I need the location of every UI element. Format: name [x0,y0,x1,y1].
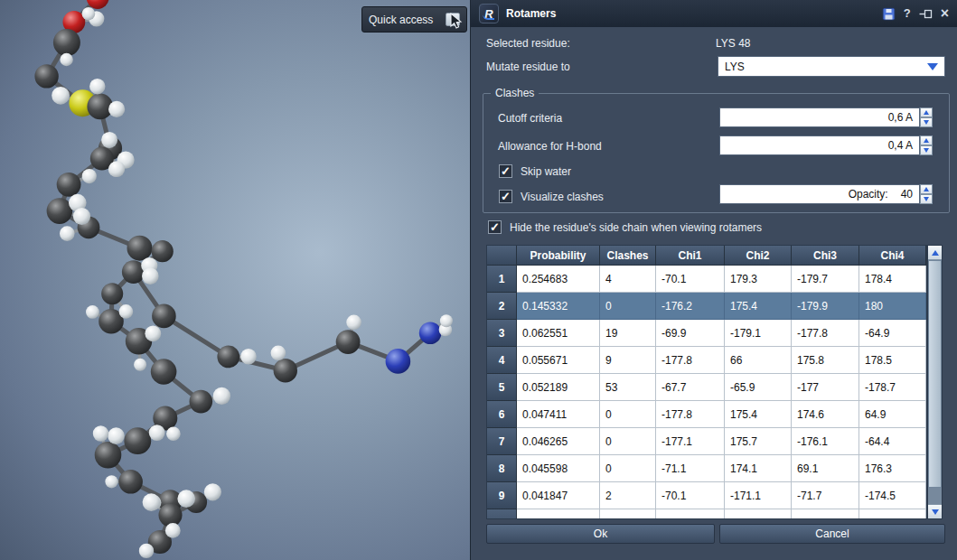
skip-water-checkbox[interactable]: ✓ Skip water [499,164,571,178]
table-cell[interactable]: 0 [600,428,656,455]
table-cell[interactable]: 175.7 [725,428,792,455]
table-cell[interactable]: 9 [600,347,656,374]
table-cell[interactable]: 64.9 [859,401,926,428]
scroll-up-icon[interactable] [928,246,942,260]
table-cell[interactable]: 0.055671 [517,347,600,374]
table-cell[interactable]: 0.145332 [517,293,600,320]
table-cell[interactable]: -65.9 [725,374,792,401]
table-cell[interactable]: 0 [600,401,656,428]
table-cell[interactable]: 178.4 [859,266,926,293]
table-cell[interactable] [859,509,926,519]
table-cell[interactable]: 175.4 [725,401,792,428]
row-number-cell[interactable]: 3 [487,320,517,347]
spin-down-icon[interactable] [920,194,933,204]
table-cell[interactable]: 0 [600,455,656,482]
table-cell[interactable]: 2 [600,482,656,509]
table-cell[interactable]: -70.1 [656,482,725,509]
column-header-chi1[interactable]: Chi1 [656,246,725,266]
table-cell[interactable]: 174.1 [725,455,792,482]
table-cell[interactable]: 0 [600,293,656,320]
scrollbar-track[interactable] [928,488,942,504]
table-cell[interactable]: 0.062551 [517,320,600,347]
table-cell[interactable]: -177.1 [656,428,725,455]
help-icon[interactable]: ? [904,7,911,20]
visualize-clashes-checkbox[interactable]: ✓ Visualize clashes [499,190,604,203]
pin-icon[interactable] [919,8,933,20]
table-cell[interactable]: 0.052189 [517,374,600,401]
cancel-button[interactable]: Cancel [719,524,945,544]
table-cell[interactable]: 0.046265 [517,428,600,455]
table-cell[interactable] [600,509,656,519]
table-cell[interactable]: -176.2 [656,293,725,320]
table-cell[interactable]: -64.9 [859,320,926,347]
table-cell[interactable] [725,509,792,519]
table-cell[interactable]: -64.4 [859,428,926,455]
table-cell[interactable]: 66 [725,347,792,374]
column-header-chi3[interactable]: Chi3 [792,246,859,266]
table-cell[interactable]: 0.045598 [517,455,600,482]
table-cell[interactable] [656,509,725,519]
column-header-chi4[interactable]: Chi4 [859,246,926,266]
row-number-cell[interactable]: 5 [487,374,517,401]
table-cell[interactable]: 175.4 [725,293,792,320]
table-row[interactable]: 30.06255119-69.9-179.1-177.8-64.9 [487,320,926,347]
spin-down-icon[interactable] [920,145,933,155]
allowance-hbond-input[interactable]: 0,4 A [719,135,920,155]
table-cell[interactable]: -179.9 [792,293,859,320]
table-cell[interactable]: -177.8 [792,320,859,347]
table-row[interactable]: 40.0556719-177.866175.8178.5 [487,347,926,374]
spin-up-icon[interactable] [920,135,933,145]
table-row[interactable]: 10.2546834-70.1179.3-179.7178.4 [487,266,926,293]
scroll-down-icon[interactable] [928,504,942,518]
mutate-residue-dropdown[interactable]: LYS [718,56,945,77]
table-cell[interactable]: 53 [600,374,656,401]
table-cell[interactable]: 178.5 [859,347,926,374]
row-number-cell[interactable]: 6 [487,401,517,428]
table-cell[interactable]: -171.1 [725,482,792,509]
table-cell[interactable] [792,509,859,519]
spin-down-icon[interactable] [920,117,933,127]
table-cell[interactable]: 69.1 [792,455,859,482]
cutoff-criteria-input[interactable]: 0,6 A [719,107,920,127]
table-cell[interactable]: -71.7 [792,482,859,509]
table-cell[interactable]: 19 [600,320,656,347]
table-cell[interactable]: -179.1 [725,320,792,347]
table-cell[interactable]: 180 [859,293,926,320]
table-cell[interactable]: -176.1 [792,428,859,455]
table-cell[interactable]: -71.1 [656,455,725,482]
panel-titlebar[interactable]: R Rotamers ? × [471,0,957,27]
table-cell[interactable] [517,509,600,519]
table-cell[interactable]: -174.5 [859,482,926,509]
table-cell[interactable]: 179.3 [725,266,792,293]
row-number-cell[interactable]: 2 [487,293,517,320]
table-row[interactable]: 50.05218953-67.7-65.9-177-178.7 [487,374,926,401]
spin-up-icon[interactable] [920,184,933,194]
table-scrollbar[interactable] [927,245,943,519]
table-cell[interactable]: 0.041847 [517,482,600,509]
row-number-cell[interactable]: 4 [487,347,517,374]
column-header-chi2[interactable]: Chi2 [725,246,792,266]
row-number-cell[interactable]: 8 [487,455,517,482]
table-cell[interactable]: -67.7 [656,374,725,401]
row-number-cell[interactable]: 1 [487,266,517,293]
table-cell[interactable]: -177.8 [656,347,725,374]
table-cell[interactable]: 0.254683 [517,266,600,293]
table-corner-cell[interactable] [487,246,517,266]
save-icon[interactable] [882,7,896,21]
table-row[interactable] [487,509,926,519]
opacity-input[interactable]: Opacity: 40 [719,184,920,204]
hide-side-chain-checkbox[interactable]: ✓ Hide the residue's side chain when vie… [488,220,762,234]
table-row[interactable]: 80.0455980-71.1174.169.1176.3 [487,455,926,482]
table-cell[interactable]: -69.9 [656,320,725,347]
column-header-probability[interactable]: Probability [517,246,600,266]
row-number-cell[interactable]: 9 [487,482,517,509]
table-cell[interactable]: -177.8 [656,401,725,428]
table-cell[interactable]: -179.7 [792,266,859,293]
table-cell[interactable]: 174.6 [792,401,859,428]
table-cell[interactable]: 0.047411 [517,401,600,428]
close-icon[interactable]: × [941,7,949,20]
table-cell[interactable]: 4 [600,266,656,293]
table-row[interactable]: 70.0462650-177.1175.7-176.1-64.4 [487,428,926,455]
table-row[interactable]: 90.0418472-70.1-171.1-71.7-174.5 [487,482,926,509]
ok-button[interactable]: Ok [486,524,715,544]
